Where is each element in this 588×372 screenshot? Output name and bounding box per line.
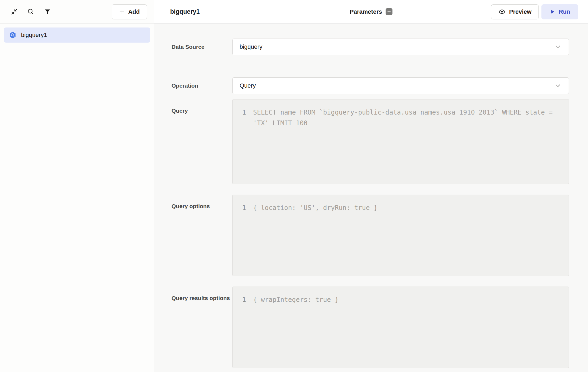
operation-row: Operation Query <box>172 77 569 94</box>
main-header: bigquery1 Parameters <box>154 0 588 24</box>
line-number: 1 <box>233 202 246 276</box>
search-icon[interactable] <box>25 6 37 18</box>
data-source-value: bigquery <box>240 43 262 50</box>
sidebar-toolbar: Add <box>0 0 154 24</box>
filter-icon[interactable] <box>41 6 53 18</box>
query-options-editor[interactable]: 1 { location: 'US', dryRun: true } <box>232 195 569 276</box>
bigquery-icon <box>9 31 17 39</box>
header-actions: Preview Run <box>491 4 578 19</box>
operation-label: Operation <box>172 77 232 94</box>
query-options-label: Query options <box>172 195 232 276</box>
line-number: 1 <box>233 294 246 368</box>
line-number: 1 <box>233 107 246 184</box>
preview-button-label: Preview <box>509 8 531 15</box>
parameters-group: Parameters <box>350 8 393 15</box>
parameters-label: Parameters <box>350 8 382 15</box>
sidebar: Add bigquery1 <box>0 0 154 372</box>
preview-button[interactable]: Preview <box>491 4 539 19</box>
data-source-label: Data Source <box>172 39 232 55</box>
query-results-options-label: Query results options <box>172 287 232 368</box>
collapse-sidebar-icon[interactable] <box>8 6 20 18</box>
query-list: bigquery1 <box>0 24 154 46</box>
sidebar-item-bigquery1[interactable]: bigquery1 <box>4 27 150 43</box>
operation-value: Query <box>240 82 256 89</box>
query-label: Query <box>172 99 232 184</box>
query-editor[interactable]: 1 SELECT name FROM `bigquery-public-data… <box>232 99 569 184</box>
query-row: Query 1 SELECT name FROM `bigquery-publi… <box>172 99 569 184</box>
query-results-options-placeholder-text: { wrapIntegers: true } <box>246 294 569 368</box>
add-button-label: Add <box>128 8 140 15</box>
operation-select[interactable]: Query <box>232 77 569 94</box>
page-title: bigquery1 <box>170 8 200 15</box>
data-source-row: Data Source bigquery <box>172 39 569 55</box>
sidebar-item-label: bigquery1 <box>21 32 47 39</box>
run-button[interactable]: Run <box>541 4 578 19</box>
query-results-options-editor[interactable]: 1 { wrapIntegers: true } <box>232 287 569 368</box>
chevron-down-icon <box>554 82 562 89</box>
eye-icon <box>498 8 506 15</box>
play-icon <box>550 9 555 15</box>
chevron-down-icon <box>554 43 562 51</box>
add-parameter-button[interactable] <box>386 8 393 15</box>
plus-icon <box>119 9 125 15</box>
query-form: Data Source bigquery Operation <box>154 24 588 372</box>
query-options-placeholder-text: { location: 'US', dryRun: true } <box>246 202 569 276</box>
run-button-label: Run <box>559 8 570 15</box>
app-window: Add bigquery1 bigquery1 Parameters <box>0 0 588 372</box>
add-query-button[interactable]: Add <box>112 4 147 19</box>
query-results-options-row: Query results options 1 { wrapIntegers: … <box>172 287 569 368</box>
query-placeholder-text: SELECT name FROM `bigquery-public-data.u… <box>246 107 569 184</box>
data-source-select[interactable]: bigquery <box>232 39 569 55</box>
query-options-row: Query options 1 { location: 'US', dryRun… <box>172 195 569 276</box>
main-panel: bigquery1 Parameters <box>154 0 588 372</box>
